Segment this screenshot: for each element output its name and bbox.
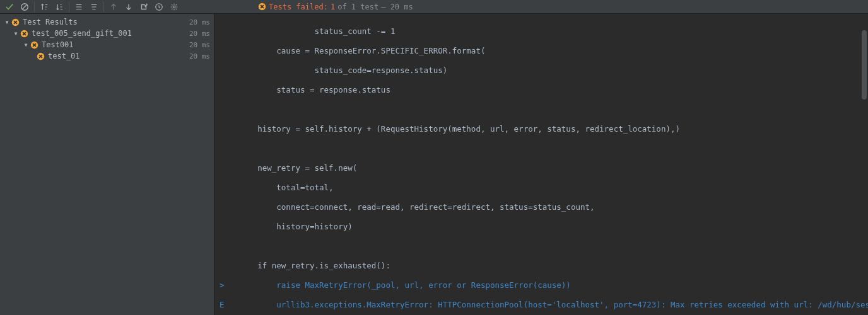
- tests-failed-label: Tests failed:: [269, 3, 328, 11]
- arrow-down-icon[interactable]: [122, 1, 136, 13]
- tree-label: test_005_send_gift_001: [32, 29, 132, 38]
- tree-duration: 20 ms: [189, 41, 210, 49]
- arrow-up-icon[interactable]: [107, 1, 120, 13]
- tree-item-test[interactable]: test_01 20 ms: [0, 50, 214, 62]
- tree-duration: 20 ms: [189, 30, 210, 38]
- disable-icon[interactable]: [18, 1, 32, 13]
- output-line: cause = ResponseError.SPECIFIC_ERROR.for…: [220, 46, 485, 55]
- output-line: history = self.history + (RequestHistory…: [220, 124, 680, 134]
- gear-icon[interactable]: [167, 1, 181, 13]
- fail-status-icon: [258, 3, 266, 11]
- tests-duration: – 20 ms: [381, 3, 413, 11]
- console-output[interactable]: status_count -= 1 cause = ResponseError.…: [214, 14, 868, 315]
- tree-label: Test001: [42, 40, 74, 49]
- output-line: new_retry = self.new(: [220, 163, 357, 173]
- chevron-down-icon[interactable]: ▾: [23, 42, 29, 48]
- tree-duration: 20 ms: [189, 52, 210, 60]
- output-line: connect=connect, read=read, redirect=red…: [220, 202, 595, 212]
- collapse-all-icon[interactable]: [87, 1, 101, 13]
- fail-icon: [30, 40, 39, 49]
- sort-asc-icon[interactable]: [37, 1, 51, 13]
- output-line: status_count -= 1: [220, 26, 395, 36]
- output-line: status = response.status: [220, 85, 390, 94]
- sort-desc-icon[interactable]: [52, 1, 66, 13]
- export-icon[interactable]: [137, 1, 151, 13]
- output-line: if new_retry.is_exhausted():: [220, 261, 390, 270]
- expand-all-icon[interactable]: [72, 1, 86, 13]
- failed-count: 1: [331, 3, 335, 11]
- svg-point-3: [173, 6, 175, 8]
- chevron-down-icon[interactable]: ▾: [4, 19, 10, 25]
- tree-item-class[interactable]: ▾ Test001 20 ms: [0, 39, 214, 50]
- tree-root[interactable]: ▾ Test Results 20 ms: [0, 16, 214, 28]
- output-line: status_code=response.status): [220, 66, 447, 75]
- tree-item-file[interactable]: ▾ test_005_send_gift_001 20 ms: [0, 28, 214, 39]
- test-tree: ▾ Test Results 20 ms ▾ test_005_send_gif…: [0, 14, 214, 315]
- output-line: > raise MaxRetryError(_pool, url, error …: [220, 280, 571, 290]
- fail-icon: [20, 29, 29, 38]
- test-toolbar: Tests failed: 1 of 1 test – 20 ms: [0, 0, 868, 14]
- output-line: E urllib3.exceptions.MaxRetryError: HTTP…: [220, 300, 868, 309]
- tree-label: test_01: [48, 52, 80, 60]
- fail-icon: [11, 18, 20, 26]
- tree-label: Test Results: [23, 18, 78, 26]
- output-line: history=history): [220, 222, 353, 231]
- chevron-down-icon[interactable]: ▾: [13, 30, 19, 37]
- fail-icon: [37, 52, 45, 60]
- tree-duration: 20 ms: [189, 18, 210, 26]
- main-area: ▾ Test Results 20 ms ▾ test_005_send_gif…: [0, 14, 868, 315]
- history-icon[interactable]: [152, 1, 166, 13]
- output-line: total=total,: [220, 183, 334, 192]
- tests-total-label: of 1 test: [337, 3, 378, 11]
- scrollbar-thumb[interactable]: [862, 30, 867, 100]
- svg-line-1: [23, 4, 27, 9]
- check-icon[interactable]: [3, 1, 16, 13]
